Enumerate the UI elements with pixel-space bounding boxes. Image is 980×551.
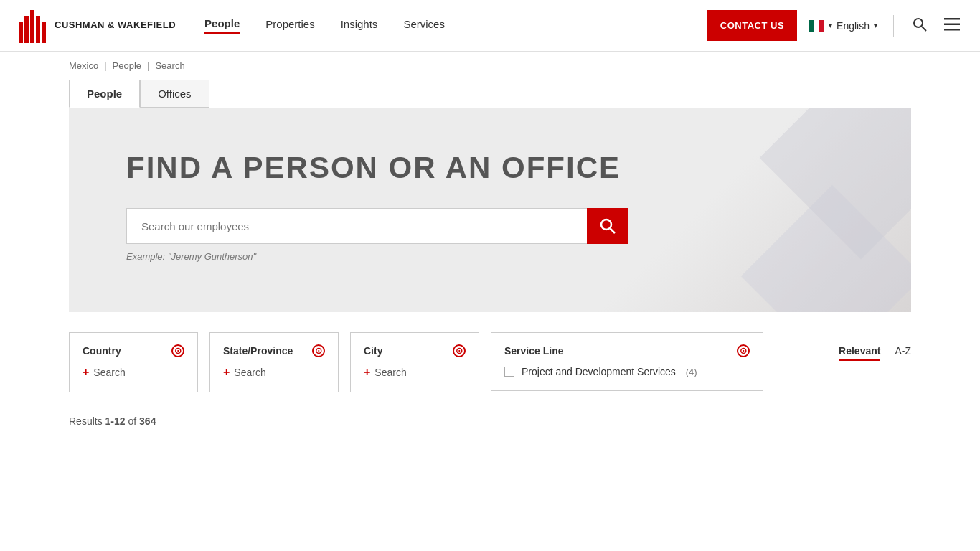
svg-rect-5 xyxy=(809,20,814,32)
service-line-filter-header: Service Line ⊙ xyxy=(504,344,750,357)
service-line-label: Service Line xyxy=(504,345,564,357)
country-filter-label: Country xyxy=(83,345,121,357)
city-search-row[interactable]: + Search xyxy=(364,366,466,379)
sort-az[interactable]: A-Z xyxy=(895,345,911,361)
tabs-area: People Offices xyxy=(0,80,980,108)
breadcrumb-people[interactable]: People xyxy=(113,60,141,71)
results-range: 1-12 xyxy=(105,415,126,427)
country-search-text: Search xyxy=(93,367,125,378)
state-filter-header: State/Province ⊙ xyxy=(223,344,325,357)
service-name-pds[interactable]: Project and Development Services xyxy=(522,366,676,377)
country-filter: Country ⊙ + Search xyxy=(69,332,198,392)
flag-chevron-icon: ▾ xyxy=(829,22,832,29)
nav-insights[interactable]: Insights xyxy=(341,18,378,33)
breadcrumb-sep-2: | xyxy=(147,60,149,71)
city-plus-icon: + xyxy=(364,366,370,379)
state-filter: State/Province ⊙ + Search xyxy=(209,332,339,392)
tab-offices[interactable]: Offices xyxy=(140,80,209,108)
logo-text: CUSHMAN & WAKEFIELD xyxy=(55,19,176,32)
site-header: CUSHMAN & WAKEFIELD People Properties In… xyxy=(0,0,980,52)
svg-rect-11 xyxy=(944,24,960,26)
svg-rect-3 xyxy=(36,16,40,43)
svg-rect-2 xyxy=(19,22,23,43)
header-divider xyxy=(893,15,894,37)
svg-rect-4 xyxy=(42,22,46,43)
svg-rect-0 xyxy=(30,10,34,43)
svg-rect-10 xyxy=(944,18,960,20)
header-right: CONTACT US ▾ English ▾ xyxy=(707,10,963,41)
results-of: of xyxy=(126,415,139,427)
language-chevron-icon: ▾ xyxy=(874,22,877,29)
city-filter: City ⊙ + Search xyxy=(350,332,479,392)
country-reset-button[interactable]: ⊙ xyxy=(171,344,184,357)
sort-relevant[interactable]: Relevant xyxy=(839,345,880,361)
employee-search-bar xyxy=(126,208,628,244)
main-nav: People Properties Insights Services xyxy=(204,17,707,34)
state-search-text: Search xyxy=(234,367,265,378)
svg-rect-12 xyxy=(944,29,960,31)
logo-link[interactable]: CUSHMAN & WAKEFIELD xyxy=(17,9,176,43)
service-checkbox-pds[interactable] xyxy=(504,367,514,377)
sort-options: Relevant A-Z xyxy=(839,345,911,361)
nav-services[interactable]: Services xyxy=(403,18,445,33)
results-text: Results 1-12 of 364 xyxy=(0,404,980,438)
country-search-row[interactable]: + Search xyxy=(83,366,184,379)
state-search-row[interactable]: + Search xyxy=(223,366,325,379)
search-submit-icon xyxy=(600,218,616,234)
hero-title: FIND A PERSON OR AN OFFICE xyxy=(126,151,854,185)
state-plus-icon: + xyxy=(223,366,230,379)
breadcrumb-mexico[interactable]: Mexico xyxy=(69,60,98,71)
service-option-row: Project and Development Services (4) xyxy=(504,366,750,377)
city-search-text: Search xyxy=(374,367,406,378)
city-reset-button[interactable]: ⊙ xyxy=(453,344,466,357)
hamburger-icon xyxy=(944,18,960,31)
svg-point-13 xyxy=(601,220,611,230)
language-selector[interactable]: ▾ English ▾ xyxy=(809,20,877,32)
svg-line-9 xyxy=(922,27,926,31)
nav-properties[interactable]: Properties xyxy=(265,18,314,33)
search-icon-button[interactable] xyxy=(910,14,930,37)
svg-line-14 xyxy=(611,229,616,234)
employee-search-input[interactable] xyxy=(126,208,587,244)
search-example-text: Example: "Jeremy Guntherson" xyxy=(126,251,854,262)
mexico-flag-icon xyxy=(809,20,824,32)
svg-rect-1 xyxy=(24,16,29,43)
city-filter-label: City xyxy=(364,345,382,357)
breadcrumb-sep-1: | xyxy=(104,60,106,71)
svg-rect-7 xyxy=(819,20,824,32)
hero-section: FIND A PERSON OR AN OFFICE Example: "Jer… xyxy=(69,108,911,312)
employee-search-submit[interactable] xyxy=(587,208,628,244)
state-reset-button[interactable]: ⊙ xyxy=(312,344,325,357)
logo-icon xyxy=(17,9,47,43)
language-label: English xyxy=(837,20,870,32)
svg-rect-6 xyxy=(814,20,819,32)
nav-people[interactable]: People xyxy=(204,17,240,34)
service-count-pds: (4) xyxy=(686,367,697,377)
country-filter-header: Country ⊙ xyxy=(83,344,184,357)
sort-area: Relevant A-Z xyxy=(839,332,911,361)
service-line-filter: Service Line ⊙ Project and Development S… xyxy=(491,332,763,391)
svg-point-8 xyxy=(914,19,923,27)
breadcrumb: Mexico | People | Search xyxy=(0,52,980,80)
results-total: 364 xyxy=(139,415,156,427)
results-prefix: Results xyxy=(69,415,105,427)
tab-people[interactable]: People xyxy=(69,80,140,108)
country-plus-icon: + xyxy=(83,366,89,379)
search-icon xyxy=(913,17,927,32)
filters-section: Country ⊙ + Search State/Province ⊙ + Se… xyxy=(0,312,980,404)
contact-us-button[interactable]: CONTACT US xyxy=(707,10,797,41)
service-line-reset-button[interactable]: ⊙ xyxy=(737,344,750,357)
city-filter-header: City ⊙ xyxy=(364,344,466,357)
breadcrumb-search: Search xyxy=(155,60,184,71)
state-filter-label: State/Province xyxy=(223,345,293,357)
hamburger-button[interactable] xyxy=(941,15,963,36)
